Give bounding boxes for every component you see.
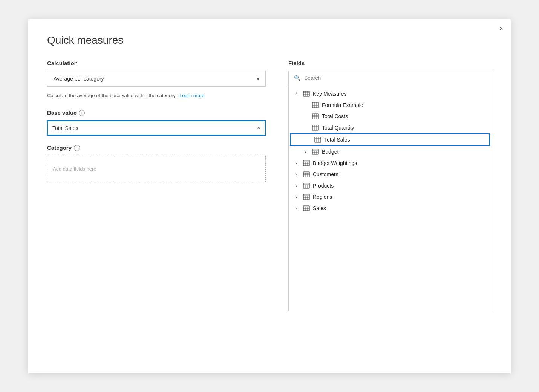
svg-rect-20 [315, 137, 321, 142]
svg-rect-42 [304, 172, 309, 173]
tree-item-customers[interactable]: ∨ Customers [289, 169, 492, 180]
svg-rect-30 [313, 149, 318, 150]
right-panel: Fields 🔍 ∧ Key Measures∨ Formula Example… [288, 60, 492, 311]
dialog-title: Quick measures [47, 34, 492, 46]
tree-item-label: Sales [313, 205, 326, 211]
chevron-icon: ∨ [295, 194, 300, 199]
tree-item-label: Total Sales [324, 137, 350, 143]
calculation-dropdown[interactable]: Average per category [47, 71, 266, 87]
tree-item-total-sales[interactable]: ∨ Total Sales [290, 133, 490, 146]
category-info-icon[interactable]: i [74, 145, 80, 151]
chevron-icon: ∧ [295, 91, 300, 96]
table-icon [303, 171, 310, 177]
calculation-label: Calculation [47, 60, 266, 66]
left-panel: Calculation Average per category ▼ Calcu… [47, 60, 266, 311]
base-value-label: Base value i [47, 110, 266, 116]
svg-rect-15 [312, 125, 318, 130]
chevron-icon: ∨ [295, 183, 300, 188]
svg-rect-10 [312, 114, 318, 119]
table-icon [303, 205, 310, 211]
base-value-value: Total Sales [52, 125, 78, 131]
svg-rect-36 [304, 160, 309, 162]
search-icon: 🔍 [294, 75, 300, 81]
category-placeholder: Add data fields here [53, 166, 96, 172]
measure-icon [312, 113, 319, 119]
base-value-info-icon[interactable]: i [79, 110, 85, 116]
svg-rect-0 [303, 91, 309, 96]
tree-item-total-costs[interactable]: ∨ Total Costs [289, 111, 492, 122]
category-label: Category i [47, 145, 266, 151]
chevron-icon: ∨ [295, 206, 300, 210]
svg-rect-60 [304, 206, 309, 207]
chevron-icon: ∨ [295, 172, 300, 177]
tree-item-label: Budget Weightings [313, 160, 357, 166]
measure-icon [314, 137, 321, 143]
calculation-dropdown-wrapper: Average per category ▼ [47, 71, 266, 87]
tree-item-products[interactable]: ∨ Products [289, 180, 492, 191]
tree-item-sales[interactable]: ∨ Sales [289, 203, 492, 214]
tree-item-budget[interactable]: ∨ Budget [289, 146, 492, 157]
table-icon [303, 194, 310, 200]
description-text: Calculate the average of the base value … [47, 92, 266, 99]
base-value-input[interactable]: Total Sales × [47, 120, 266, 136]
table-icon [303, 183, 310, 189]
tree-item-label: Formula Example [322, 102, 363, 108]
tree-item-label: Total Quantity [322, 125, 354, 131]
svg-rect-54 [304, 194, 309, 195]
measure-icon [303, 91, 310, 97]
quick-measures-dialog: × Quick measures Calculation Average per… [28, 19, 511, 373]
tree-item-label: Customers [313, 171, 338, 177]
tree-item-formula-example[interactable]: ∨ Formula Example [289, 99, 492, 111]
learn-more-link[interactable]: Learn more [179, 93, 204, 98]
tree-item-total-quantity[interactable]: ∨ Total Quantity [289, 122, 492, 133]
chevron-icon: ∨ [304, 149, 309, 154]
measure-icon [312, 125, 319, 131]
tree-item-label: Budget [322, 149, 338, 155]
search-box: 🔍 [288, 71, 492, 85]
svg-rect-48 [304, 183, 309, 184]
svg-rect-5 [312, 102, 318, 108]
search-input[interactable] [304, 75, 486, 81]
fields-tree: ∧ Key Measures∨ Formula Example∨ Total C… [288, 85, 492, 311]
tree-item-label: Key Measures [313, 91, 346, 97]
table-icon [303, 160, 310, 166]
category-drop-zone[interactable]: Add data fields here [47, 156, 266, 182]
tree-item-label: Regions [313, 194, 332, 200]
fields-label: Fields [288, 60, 492, 66]
tree-item-label: Products [313, 183, 334, 189]
tree-item-label: Total Costs [322, 113, 348, 119]
measure-icon [312, 102, 319, 108]
tree-item-key-measures[interactable]: ∧ Key Measures [289, 88, 492, 99]
tree-item-regions[interactable]: ∨ Regions [289, 191, 492, 203]
clear-base-value-icon[interactable]: × [257, 125, 260, 131]
tree-item-budget-weightings[interactable]: ∨ Budget Weightings [289, 157, 492, 169]
close-button[interactable]: × [499, 25, 503, 32]
table-icon [312, 149, 319, 155]
chevron-icon: ∨ [295, 160, 300, 165]
